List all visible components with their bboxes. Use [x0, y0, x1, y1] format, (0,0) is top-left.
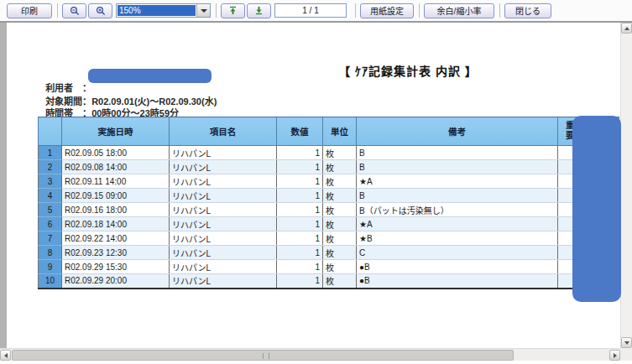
cell-datetime: R02.09.18 14:00 [62, 217, 170, 231]
cell-item: リハパンL [170, 231, 277, 246]
triangle-left-icon [4, 353, 8, 358]
toolbar-separator [355, 3, 356, 18]
horizontal-scrollbar[interactable] [0, 348, 632, 361]
cell-item: リハパンL [170, 274, 277, 289]
combo-dropdown-button[interactable] [196, 4, 210, 17]
scrollbar-corner [620, 348, 632, 361]
cell-no: 9 [39, 260, 62, 274]
cell-note: C [357, 246, 558, 260]
page-edge-strip [0, 23, 7, 348]
arrow-up-icon [228, 6, 238, 15]
cell-note: ★A [357, 217, 558, 231]
header-unit: 単位 [323, 117, 357, 146]
prev-page-button[interactable] [221, 3, 245, 18]
cell-note: ●B [357, 260, 558, 274]
cell-unit: 枚 [323, 146, 357, 160]
table-header-row: 実施日時 項目名 数値 単位 備考 重要 [39, 117, 619, 146]
cell-datetime: R02.09.29 15:30 [62, 260, 170, 274]
header-note: 備考 [357, 117, 558, 146]
scroll-right-button[interactable] [609, 350, 620, 361]
report-table: 実施日時 項目名 数値 単位 備考 重要 1 R02.09.05 18:00 リ… [38, 117, 619, 289]
scroll-up-button[interactable] [621, 23, 632, 34]
cell-unit: 枚 [323, 160, 357, 174]
cell-datetime: R02.09.11 14:00 [62, 174, 170, 189]
cell-datetime: R02.09.16 18:00 [62, 203, 170, 217]
thumb-grip [263, 353, 269, 359]
cell-no: 3 [39, 174, 62, 189]
cell-unit: 枚 [323, 203, 357, 217]
cell-datetime: R02.09.29 20:00 [62, 274, 170, 289]
cell-no: 5 [39, 203, 62, 217]
zoom-level-value: 150% [118, 5, 196, 16]
toolbar-separator [57, 3, 58, 18]
report-title: 【 ｹｱ記録集計表 内訳 】 [277, 62, 539, 79]
cell-item: リハパンL [170, 246, 277, 260]
cell-note: B [357, 146, 558, 160]
cell-unit: 枚 [323, 174, 357, 189]
header-value: 数値 [277, 117, 323, 146]
cell-unit: 枚 [323, 274, 357, 289]
cell-item: リハパンL [170, 174, 277, 189]
timeband-row: 時間帯 ：00時00分～23時59分 [40, 96, 179, 119]
cell-datetime: R02.09.22 14:00 [62, 231, 170, 246]
table-body: 1 R02.09.05 18:00 リハパンL 1 枚 B 2 R02.09.0… [39, 146, 619, 289]
cell-item: リハパンL [170, 146, 277, 160]
table-row: 10 R02.09.29 20:00 リハパンL 1 枚 ●B [39, 274, 619, 289]
print-button[interactable]: 印刷 [7, 3, 52, 18]
cell-value: 1 [277, 274, 323, 289]
table-row: 8 R02.09.23 12:30 リハパンL 1 枚 C [39, 246, 619, 260]
cell-unit: 枚 [323, 217, 357, 231]
cell-unit: 枚 [323, 189, 357, 203]
cell-no: 7 [39, 231, 62, 246]
header-no [39, 117, 62, 146]
triangle-right-icon [614, 353, 617, 358]
zoom-in-button[interactable] [88, 3, 112, 18]
cell-unit: 枚 [323, 260, 357, 274]
report-table-wrap: 実施日時 項目名 数値 単位 備考 重要 1 R02.09.05 18:00 リ… [38, 117, 619, 289]
toolbar: 印刷 150% 1 / 1 [0, 0, 632, 21]
table-row: 2 R02.09.08 14:00 リハパンL 1 枚 B [39, 160, 619, 174]
next-page-button[interactable] [247, 3, 271, 18]
arrow-down-icon [254, 6, 264, 15]
close-button[interactable]: 閉じる [504, 3, 551, 18]
magnifier-minus-icon [70, 6, 80, 16]
table-row: 6 R02.09.18 14:00 リハパンL 1 枚 ★A [39, 217, 619, 231]
toolbar-separator [216, 3, 217, 18]
cell-datetime: R02.09.15 09:00 [62, 189, 170, 203]
zoom-level-select[interactable]: 150% [116, 3, 211, 18]
toolbar-separator [499, 3, 500, 18]
scroll-left-button[interactable] [0, 350, 11, 361]
zoom-out-button[interactable] [62, 3, 86, 18]
cell-note: B [357, 189, 558, 203]
cell-item: リハパンL [170, 260, 277, 274]
cell-value: 1 [277, 189, 323, 203]
cell-unit: 枚 [323, 231, 357, 246]
cell-no: 8 [39, 246, 62, 260]
margin-scale-button[interactable]: 余白/縮小率 [424, 3, 494, 18]
cell-value: 1 [277, 246, 323, 260]
cell-value: 1 [277, 203, 323, 217]
user-name-redaction [88, 69, 212, 83]
page-indicator-field[interactable]: 1 / 1 [274, 3, 347, 18]
cell-value: 1 [277, 174, 323, 189]
table-row: 7 R02.09.22 14:00 リハパンL 1 枚 ★B [39, 231, 619, 246]
header-datetime: 実施日時 [62, 117, 170, 146]
vertical-scrollbar[interactable] [620, 23, 632, 348]
cell-item: リハパンL [170, 203, 277, 217]
cell-value: 1 [277, 146, 323, 160]
cell-datetime: R02.09.23 12:30 [62, 246, 170, 260]
cell-value: 1 [277, 260, 323, 274]
column-redaction [572, 116, 621, 302]
triangle-up-icon [624, 27, 629, 30]
chevron-down-icon [201, 9, 207, 13]
table-row: 9 R02.09.29 15:30 リハパンL 1 枚 ●B [39, 260, 619, 274]
scroll-down-button[interactable] [621, 337, 632, 348]
magnifier-plus-icon [96, 6, 106, 16]
cell-value: 1 [277, 217, 323, 231]
header-item: 項目名 [170, 117, 277, 146]
triangle-down-icon [624, 341, 629, 345]
cell-no: 4 [39, 189, 62, 203]
horizontal-scroll-thumb[interactable] [12, 350, 514, 361]
table-row: 3 R02.09.11 14:00 リハパンL 1 枚 ★A [39, 174, 619, 189]
paper-settings-button[interactable]: 用紙設定 [360, 3, 414, 18]
